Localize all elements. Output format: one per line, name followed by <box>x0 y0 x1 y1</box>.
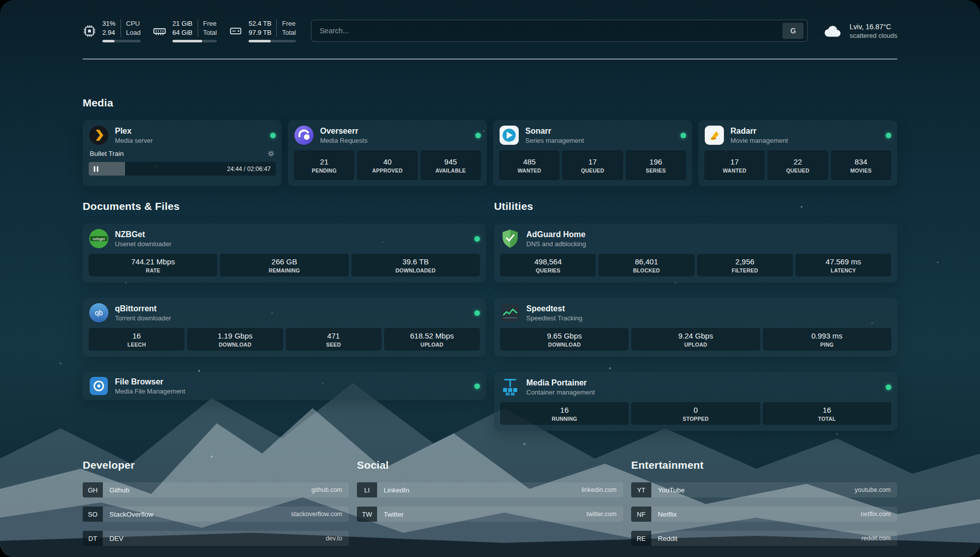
app-description: Movie management <box>730 137 788 144</box>
bookmark-abbr: RE <box>631 531 651 546</box>
app-name: AdGuard Home <box>526 230 586 239</box>
bookmark-stackoverflow[interactable]: SO StackOverflow stackoverflow.com <box>83 507 349 522</box>
adguard-card[interactable]: AdGuard Home DNS and adblocking 498,564 … <box>494 224 897 283</box>
app-name: File Browser <box>115 377 185 386</box>
app-name: NZBGet <box>115 230 171 239</box>
weather-widget: Lviv, 16.87°C scattered clouds <box>823 23 897 39</box>
app-name: Speedtest <box>526 304 582 313</box>
bookmark-url: dev.to <box>326 535 342 542</box>
portainer-icon <box>500 377 520 397</box>
bookmark-url: youtube.com <box>854 486 891 493</box>
stat-available: 945 AVAILABLE <box>420 150 481 180</box>
bookmark-url: reddit.com <box>862 535 891 542</box>
bookmark-url: netflix.com <box>861 511 891 518</box>
bookmark-abbr: TW <box>357 507 377 522</box>
plex-card[interactable]: Plex Media server Bullet Train <box>83 120 282 186</box>
memory-usage-bar <box>172 40 217 42</box>
app-description: DNS and adblocking <box>526 240 586 248</box>
cpu-icon <box>83 24 96 38</box>
section-title-utilities: Utilities <box>494 200 897 212</box>
bookmark-label: Twitter <box>384 511 404 518</box>
cloud-icon <box>823 23 843 38</box>
app-name: Sonarr <box>525 127 584 136</box>
bookmark-abbr: NF <box>631 507 651 522</box>
bookmark-linkedin[interactable]: LI LinkedIn linkedin.com <box>357 482 623 497</box>
search-provider-button[interactable]: G <box>782 23 804 39</box>
bookmark-twitter[interactable]: TW Twitter twitter.com <box>357 507 623 522</box>
disk-total: 97.9 TB <box>249 28 271 37</box>
app-description: Media Requests <box>320 137 368 144</box>
bookmark-abbr: GH <box>83 482 103 497</box>
status-dot <box>886 384 891 390</box>
bookmark-label: DEV <box>109 535 124 542</box>
sonarr-card[interactable]: Sonarr Series management 485 WANTED 17 Q… <box>493 120 692 186</box>
plex-icon <box>89 125 109 145</box>
pause-button[interactable] <box>94 166 98 172</box>
disk-caption-bottom: Total <box>282 28 295 37</box>
stat-series: 196 SERIES <box>626 150 686 180</box>
cpu-load-average: 2.94 <box>102 28 115 37</box>
filebrowser-card[interactable]: File Browser Media File Management <box>83 372 486 400</box>
app-name: Radarr <box>730 127 788 136</box>
bookmark-abbr: LI <box>357 482 377 497</box>
bookmark-github[interactable]: GH Github github.com <box>83 482 349 497</box>
radarr-card[interactable]: Radarr Movie management 17 WANTED 22 QUE… <box>698 120 897 186</box>
cpu-usage-bar <box>102 40 141 42</box>
bookmark-label: StackOverflow <box>109 511 153 518</box>
resource-widgets: 31% 2.94 CPU Load <box>83 19 296 42</box>
stat-seed: 471 SEED <box>286 328 382 351</box>
section-utilities: Utilities <box>494 200 897 431</box>
bookmark-youtube[interactable]: YT YouTube youtube.com <box>631 482 897 497</box>
stat-blocked: 86,401 BLOCKED <box>598 254 694 276</box>
memory-usage-bar-fill <box>172 40 202 42</box>
bookmark-netflix[interactable]: NF Netflix netflix.com <box>631 507 897 522</box>
stat-filtered: 2,956 FILTERED <box>697 254 793 276</box>
bookmark-label: LinkedIn <box>384 486 409 494</box>
stat-rate: 744.21 Mbps RATE <box>89 254 217 276</box>
section-title-social: Social <box>357 459 623 471</box>
weather-condition: scattered clouds <box>849 32 897 39</box>
nzbget-card[interactable]: nzbget NZBGet Usenet downloader 744.21 M… <box>83 224 486 283</box>
section-developer: Developer GH Github github.com SO StackO… <box>83 459 349 546</box>
bookmark-dev[interactable]: DT DEV dev.to <box>83 531 349 546</box>
bookmark-reddit[interactable]: RE Reddit reddit.com <box>631 531 897 546</box>
dashboard-screen: 31% 2.94 CPU Load <box>0 0 980 557</box>
disk-icon <box>229 24 242 38</box>
section-social: Social LI LinkedIn linkedin.com TW Twitt… <box>357 459 623 546</box>
status-dot <box>475 133 481 138</box>
stat-download: 1.19 Gbps DOWNLOAD <box>187 328 283 351</box>
weather-location: Lviv, 16.87°C <box>849 23 897 31</box>
app-description: Container management <box>526 388 595 396</box>
app-name: Media Portainer <box>526 378 595 387</box>
stat-leech: 16 LEECH <box>89 328 185 351</box>
bookmark-label: Reddit <box>658 535 678 542</box>
cpu-widget: 31% 2.94 CPU Load <box>83 19 141 42</box>
bookmark-url: stackoverflow.com <box>291 511 342 518</box>
stat-download: 9.65 Gbps DOWNLOAD <box>500 328 629 351</box>
bookmark-abbr: SO <box>83 507 103 522</box>
bookmark-abbr: YT <box>631 482 651 497</box>
app-description: Usenet downloader <box>115 240 171 248</box>
search-bar: G <box>311 20 808 42</box>
section-entertainment: Entertainment YT YouTube youtube.com NF … <box>631 459 897 546</box>
portainer-card[interactable]: Media Portainer Container management 16 … <box>494 372 897 431</box>
qbittorrent-card[interactable]: qb qBittorrent Torrent downloader 16 <box>83 298 486 357</box>
stat-wanted: 17 WANTED <box>704 150 765 180</box>
radarr-icon <box>704 125 724 145</box>
nzbget-icon: nzbget <box>89 229 109 249</box>
sonarr-icon <box>499 125 519 145</box>
bookmark-label: Netflix <box>658 511 677 518</box>
memory-caption-bottom: Total <box>203 28 217 37</box>
stat-upload: 618.52 Mbps UPLOAD <box>384 328 480 351</box>
speedtest-card[interactable]: Speedtest Speedtest Tracking 9.65 Gbps D… <box>494 298 897 357</box>
status-dot <box>474 236 480 242</box>
bookmark-label: Github <box>109 486 130 494</box>
playback-progress-bar[interactable]: 24:44 / 02:06:47 <box>89 162 276 176</box>
search-input[interactable] <box>320 27 782 35</box>
svg-text:nzbget: nzbget <box>93 237 105 241</box>
settings-gear-icon[interactable] <box>267 150 275 157</box>
stat-queued: 22 QUEUED <box>767 150 828 180</box>
qbittorrent-icon: qb <box>89 303 109 323</box>
stat-pending: 21 PENDING <box>294 150 354 180</box>
overseerr-card[interactable]: Overseerr Media Requests 21 PENDING 40 A… <box>288 120 487 186</box>
